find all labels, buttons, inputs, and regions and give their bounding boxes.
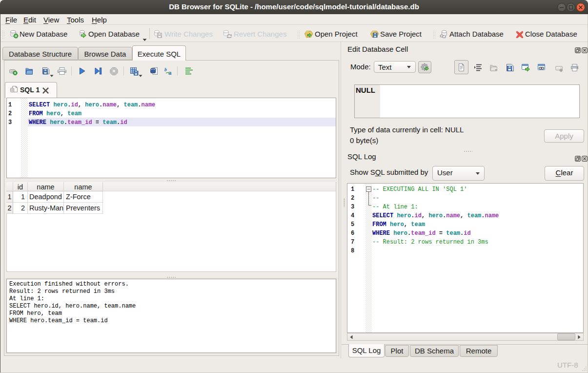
svg-text:a: a (168, 69, 172, 76)
svg-text:b: b (164, 67, 167, 72)
